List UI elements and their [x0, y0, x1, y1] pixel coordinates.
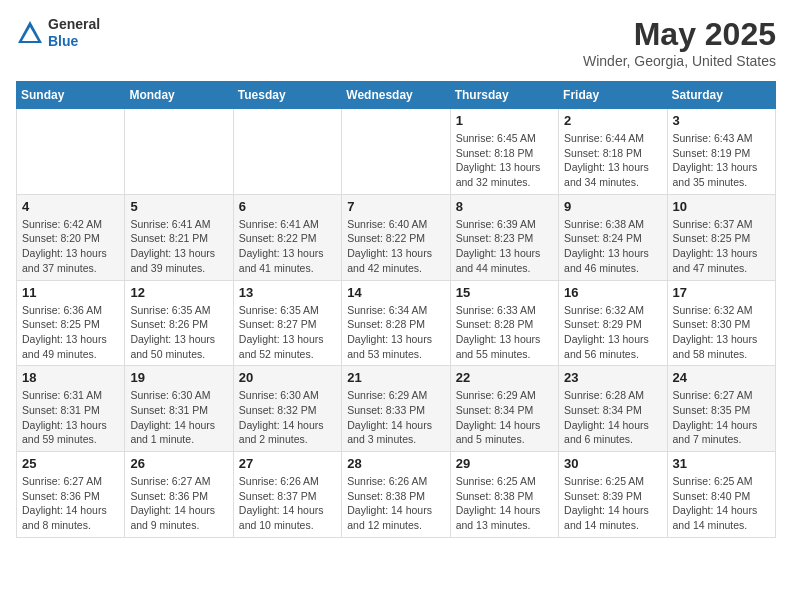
week-row-4: 18Sunrise: 6:31 AM Sunset: 8:31 PM Dayli… — [17, 366, 776, 452]
day-number: 13 — [239, 285, 336, 300]
day-number: 16 — [564, 285, 661, 300]
calendar-cell — [233, 109, 341, 195]
day-info: Sunrise: 6:35 AM Sunset: 8:27 PM Dayligh… — [239, 303, 336, 362]
calendar-cell: 8Sunrise: 6:39 AM Sunset: 8:23 PM Daylig… — [450, 194, 558, 280]
day-number: 30 — [564, 456, 661, 471]
header-day-monday: Monday — [125, 82, 233, 109]
calendar-cell: 7Sunrise: 6:40 AM Sunset: 8:22 PM Daylig… — [342, 194, 450, 280]
calendar-cell: 9Sunrise: 6:38 AM Sunset: 8:24 PM Daylig… — [559, 194, 667, 280]
day-number: 20 — [239, 370, 336, 385]
week-row-5: 25Sunrise: 6:27 AM Sunset: 8:36 PM Dayli… — [17, 452, 776, 538]
header-day-saturday: Saturday — [667, 82, 775, 109]
day-info: Sunrise: 6:32 AM Sunset: 8:29 PM Dayligh… — [564, 303, 661, 362]
day-info: Sunrise: 6:27 AM Sunset: 8:35 PM Dayligh… — [673, 388, 770, 447]
week-row-2: 4Sunrise: 6:42 AM Sunset: 8:20 PM Daylig… — [17, 194, 776, 280]
day-number: 18 — [22, 370, 119, 385]
day-number: 19 — [130, 370, 227, 385]
calendar-cell: 1Sunrise: 6:45 AM Sunset: 8:18 PM Daylig… — [450, 109, 558, 195]
calendar-cell: 11Sunrise: 6:36 AM Sunset: 8:25 PM Dayli… — [17, 280, 125, 366]
day-number: 24 — [673, 370, 770, 385]
day-info: Sunrise: 6:25 AM Sunset: 8:39 PM Dayligh… — [564, 474, 661, 533]
calendar-cell — [342, 109, 450, 195]
day-number: 1 — [456, 113, 553, 128]
day-info: Sunrise: 6:33 AM Sunset: 8:28 PM Dayligh… — [456, 303, 553, 362]
calendar-cell: 27Sunrise: 6:26 AM Sunset: 8:37 PM Dayli… — [233, 452, 341, 538]
day-info: Sunrise: 6:30 AM Sunset: 8:32 PM Dayligh… — [239, 388, 336, 447]
calendar-cell: 28Sunrise: 6:26 AM Sunset: 8:38 PM Dayli… — [342, 452, 450, 538]
day-info: Sunrise: 6:43 AM Sunset: 8:19 PM Dayligh… — [673, 131, 770, 190]
logo-text: General Blue — [48, 16, 100, 50]
calendar-cell: 29Sunrise: 6:25 AM Sunset: 8:38 PM Dayli… — [450, 452, 558, 538]
day-number: 8 — [456, 199, 553, 214]
day-number: 11 — [22, 285, 119, 300]
calendar-cell: 15Sunrise: 6:33 AM Sunset: 8:28 PM Dayli… — [450, 280, 558, 366]
day-number: 12 — [130, 285, 227, 300]
day-info: Sunrise: 6:26 AM Sunset: 8:38 PM Dayligh… — [347, 474, 444, 533]
day-info: Sunrise: 6:42 AM Sunset: 8:20 PM Dayligh… — [22, 217, 119, 276]
day-info: Sunrise: 6:32 AM Sunset: 8:30 PM Dayligh… — [673, 303, 770, 362]
day-info: Sunrise: 6:30 AM Sunset: 8:31 PM Dayligh… — [130, 388, 227, 447]
calendar-cell: 14Sunrise: 6:34 AM Sunset: 8:28 PM Dayli… — [342, 280, 450, 366]
day-info: Sunrise: 6:27 AM Sunset: 8:36 PM Dayligh… — [22, 474, 119, 533]
calendar-cell: 31Sunrise: 6:25 AM Sunset: 8:40 PM Dayli… — [667, 452, 775, 538]
calendar-cell: 5Sunrise: 6:41 AM Sunset: 8:21 PM Daylig… — [125, 194, 233, 280]
day-number: 31 — [673, 456, 770, 471]
day-info: Sunrise: 6:25 AM Sunset: 8:38 PM Dayligh… — [456, 474, 553, 533]
header-day-thursday: Thursday — [450, 82, 558, 109]
calendar-cell: 26Sunrise: 6:27 AM Sunset: 8:36 PM Dayli… — [125, 452, 233, 538]
logo: General Blue — [16, 16, 100, 50]
calendar-cell — [125, 109, 233, 195]
day-number: 27 — [239, 456, 336, 471]
calendar-table: SundayMondayTuesdayWednesdayThursdayFrid… — [16, 81, 776, 538]
day-info: Sunrise: 6:38 AM Sunset: 8:24 PM Dayligh… — [564, 217, 661, 276]
logo-general-text: General — [48, 16, 100, 33]
calendar-cell: 6Sunrise: 6:41 AM Sunset: 8:22 PM Daylig… — [233, 194, 341, 280]
day-info: Sunrise: 6:37 AM Sunset: 8:25 PM Dayligh… — [673, 217, 770, 276]
day-number: 21 — [347, 370, 444, 385]
calendar-cell: 18Sunrise: 6:31 AM Sunset: 8:31 PM Dayli… — [17, 366, 125, 452]
day-info: Sunrise: 6:31 AM Sunset: 8:31 PM Dayligh… — [22, 388, 119, 447]
day-number: 25 — [22, 456, 119, 471]
day-number: 6 — [239, 199, 336, 214]
day-info: Sunrise: 6:44 AM Sunset: 8:18 PM Dayligh… — [564, 131, 661, 190]
day-number: 28 — [347, 456, 444, 471]
day-info: Sunrise: 6:25 AM Sunset: 8:40 PM Dayligh… — [673, 474, 770, 533]
calendar-cell: 21Sunrise: 6:29 AM Sunset: 8:33 PM Dayli… — [342, 366, 450, 452]
calendar-cell: 12Sunrise: 6:35 AM Sunset: 8:26 PM Dayli… — [125, 280, 233, 366]
day-info: Sunrise: 6:29 AM Sunset: 8:33 PM Dayligh… — [347, 388, 444, 447]
day-number: 15 — [456, 285, 553, 300]
day-info: Sunrise: 6:27 AM Sunset: 8:36 PM Dayligh… — [130, 474, 227, 533]
header-day-friday: Friday — [559, 82, 667, 109]
calendar-cell: 25Sunrise: 6:27 AM Sunset: 8:36 PM Dayli… — [17, 452, 125, 538]
calendar-cell: 22Sunrise: 6:29 AM Sunset: 8:34 PM Dayli… — [450, 366, 558, 452]
day-number: 3 — [673, 113, 770, 128]
header-day-wednesday: Wednesday — [342, 82, 450, 109]
day-number: 14 — [347, 285, 444, 300]
day-info: Sunrise: 6:28 AM Sunset: 8:34 PM Dayligh… — [564, 388, 661, 447]
calendar-cell: 30Sunrise: 6:25 AM Sunset: 8:39 PM Dayli… — [559, 452, 667, 538]
calendar-cell — [17, 109, 125, 195]
day-info: Sunrise: 6:41 AM Sunset: 8:21 PM Dayligh… — [130, 217, 227, 276]
day-info: Sunrise: 6:34 AM Sunset: 8:28 PM Dayligh… — [347, 303, 444, 362]
day-number: 23 — [564, 370, 661, 385]
calendar-cell: 4Sunrise: 6:42 AM Sunset: 8:20 PM Daylig… — [17, 194, 125, 280]
day-number: 22 — [456, 370, 553, 385]
day-number: 9 — [564, 199, 661, 214]
week-row-1: 1Sunrise: 6:45 AM Sunset: 8:18 PM Daylig… — [17, 109, 776, 195]
day-info: Sunrise: 6:35 AM Sunset: 8:26 PM Dayligh… — [130, 303, 227, 362]
day-info: Sunrise: 6:39 AM Sunset: 8:23 PM Dayligh… — [456, 217, 553, 276]
day-number: 17 — [673, 285, 770, 300]
header-day-sunday: Sunday — [17, 82, 125, 109]
calendar-cell: 23Sunrise: 6:28 AM Sunset: 8:34 PM Dayli… — [559, 366, 667, 452]
calendar-cell: 3Sunrise: 6:43 AM Sunset: 8:19 PM Daylig… — [667, 109, 775, 195]
day-number: 5 — [130, 199, 227, 214]
calendar-cell: 17Sunrise: 6:32 AM Sunset: 8:30 PM Dayli… — [667, 280, 775, 366]
day-info: Sunrise: 6:45 AM Sunset: 8:18 PM Dayligh… — [456, 131, 553, 190]
day-info: Sunrise: 6:40 AM Sunset: 8:22 PM Dayligh… — [347, 217, 444, 276]
title-block: May 2025 Winder, Georgia, United States — [583, 16, 776, 69]
calendar-cell: 20Sunrise: 6:30 AM Sunset: 8:32 PM Dayli… — [233, 366, 341, 452]
main-title: May 2025 — [583, 16, 776, 53]
page-header: General Blue May 2025 Winder, Georgia, U… — [16, 16, 776, 69]
day-number: 26 — [130, 456, 227, 471]
day-number: 7 — [347, 199, 444, 214]
